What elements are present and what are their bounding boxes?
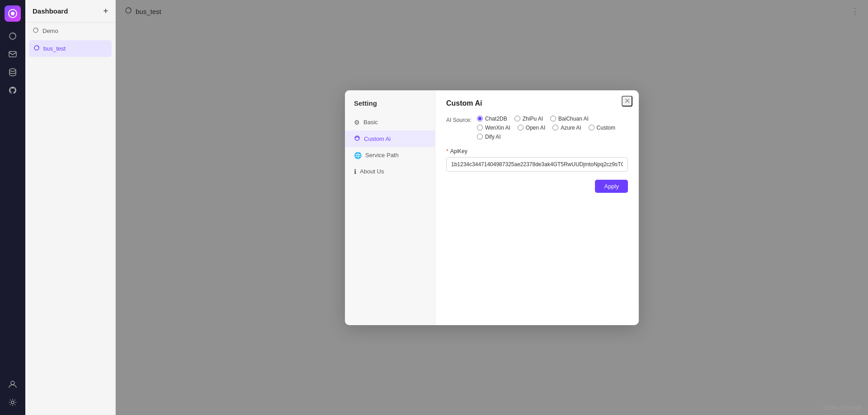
apikey-label: *ApiKey xyxy=(446,148,628,154)
radio-zhipu-label: ZhiPu AI xyxy=(523,116,543,122)
custom-ai-icon xyxy=(354,135,360,143)
radio-chat2db[interactable]: Chat2DB xyxy=(477,116,507,122)
svg-point-1 xyxy=(11,12,14,15)
graph-icon[interactable] xyxy=(5,29,20,43)
settings-modal: Setting ⚙ Basic Custom Ai 🌐 xyxy=(345,90,639,325)
ai-source-row: AI Source: Chat2DB ZhiPu AI BaiChuan xyxy=(446,116,628,140)
modal-nav-basic[interactable]: ⚙ Basic xyxy=(345,114,435,131)
radio-dify[interactable]: Dify AI xyxy=(477,134,501,140)
modal-main-content: Custom Ai ✕ AI Source: Chat2DB ZhiPu AI xyxy=(435,90,639,325)
modal-content-title: Custom Ai xyxy=(446,99,628,107)
sidebar: Dashboard + Demo bus_test xyxy=(25,0,116,415)
service-path-icon: 🌐 xyxy=(354,152,362,159)
radio-wenxin-label: WenXin AI xyxy=(485,125,510,131)
radio-dify-label: Dify AI xyxy=(485,134,501,140)
modal-nav-service-path[interactable]: 🌐 Service Path xyxy=(345,147,435,163)
svg-rect-3 xyxy=(9,51,16,57)
modal-nav-about-label: About Us xyxy=(360,168,384,175)
radio-wenxin[interactable]: WenXin AI xyxy=(477,125,510,131)
svg-point-5 xyxy=(11,381,14,385)
svg-point-6 xyxy=(11,401,14,404)
radio-custom[interactable]: Custom xyxy=(589,125,615,131)
required-marker: * xyxy=(446,148,448,154)
modal-nav-custom-ai-label: Custom Ai xyxy=(364,135,391,142)
sidebar-item-label-demo: Demo xyxy=(42,28,58,34)
main-content: bus_test ⋮ Setting ⚙ Basic xyxy=(116,0,868,415)
modal-nav-about[interactable]: ℹ About Us xyxy=(345,163,435,180)
settings-gear-icon[interactable] xyxy=(5,395,20,410)
radio-zhipu[interactable]: ZhiPu AI xyxy=(514,116,543,122)
radio-azure[interactable]: Azure AI xyxy=(552,125,581,131)
radio-baichuan[interactable]: BaiChuan AI xyxy=(550,116,589,122)
basic-settings-icon: ⚙ xyxy=(354,119,360,126)
icon-rail xyxy=(0,0,25,415)
mail-icon[interactable] xyxy=(5,47,20,61)
svg-point-4 xyxy=(9,69,16,71)
ai-source-radio-group: Chat2DB ZhiPu AI BaiChuan AI WenXin xyxy=(477,116,628,140)
bustest-icon xyxy=(33,45,40,52)
radio-chat2db-label: Chat2DB xyxy=(485,116,507,122)
user-icon[interactable] xyxy=(5,377,20,392)
radio-openai-label: Open AI xyxy=(526,125,545,131)
modal-nav-custom-ai[interactable]: Custom Ai xyxy=(345,131,435,147)
modal-left-title: Setting xyxy=(345,99,435,114)
add-project-button[interactable]: + xyxy=(103,6,108,16)
modal-nav-basic-label: Basic xyxy=(363,119,378,126)
sidebar-header: Dashboard + xyxy=(25,0,115,23)
database-icon[interactable] xyxy=(5,65,20,79)
github-icon[interactable] xyxy=(5,83,20,98)
ai-source-label: AI Source: xyxy=(446,116,472,123)
sidebar-item-demo[interactable]: Demo xyxy=(25,23,115,39)
radio-openai[interactable]: Open AI xyxy=(518,125,545,131)
modal-sidebar: Setting ⚙ Basic Custom Ai 🌐 xyxy=(345,90,435,325)
app-logo[interactable] xyxy=(5,5,21,22)
apikey-input[interactable] xyxy=(446,157,628,172)
radio-baichuan-label: BaiChuan AI xyxy=(558,116,589,122)
about-icon: ℹ xyxy=(354,168,356,175)
close-modal-button[interactable]: ✕ xyxy=(622,96,632,107)
modal-overlay: Setting ⚙ Basic Custom Ai 🌐 xyxy=(116,0,868,415)
sidebar-item-bustest[interactable]: bus_test xyxy=(29,40,112,57)
sidebar-item-label-bustest: bus_test xyxy=(43,45,66,52)
radio-azure-label: Azure AI xyxy=(561,125,581,131)
apikey-label-text: ApiKey xyxy=(450,148,467,154)
modal-nav-service-label: Service Path xyxy=(365,152,399,159)
apply-button[interactable]: Apply xyxy=(595,180,628,193)
dashboard-title: Dashboard xyxy=(33,7,68,15)
apikey-section: *ApiKey xyxy=(446,148,628,172)
radio-custom-label: Custom xyxy=(597,125,615,131)
demo-icon xyxy=(33,27,39,35)
